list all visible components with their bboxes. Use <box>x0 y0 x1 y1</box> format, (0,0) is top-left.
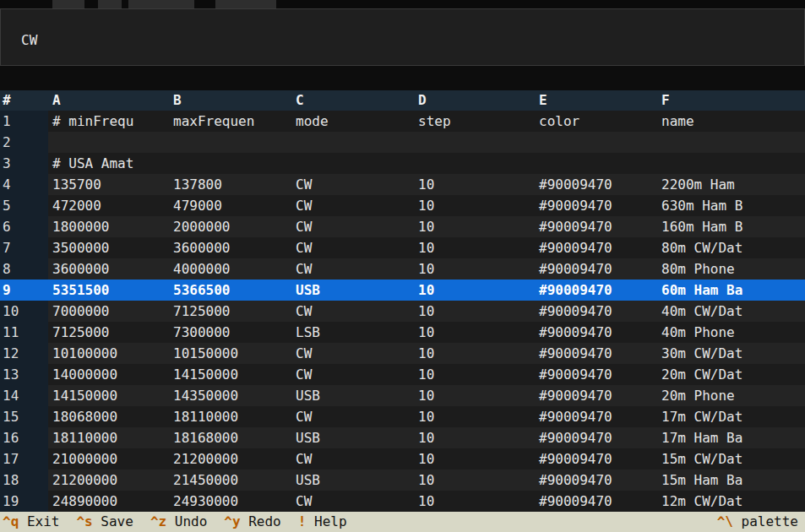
column-header[interactable]: C <box>291 90 414 111</box>
table-cell[interactable]: name <box>657 111 805 132</box>
table-row[interactable]: 5472000479000CW10#90009470630m Ham B <box>0 195 805 216</box>
table-cell[interactable]: 10 <box>414 301 535 322</box>
table-cell[interactable]: 10 <box>414 448 535 470</box>
table-cell[interactable]: USB <box>291 427 414 448</box>
table-cell[interactable]: 3600000 <box>48 258 169 280</box>
table-row[interactable]: 1# minFrequmaxFrequenmodestepcolorname <box>0 111 805 132</box>
table-cell[interactable]: # USA Amat <box>48 153 169 174</box>
table-cell[interactable]: 14350000 <box>169 385 291 406</box>
table-row[interactable]: 141415000014350000USB10#9000947020m Phon… <box>0 385 805 406</box>
table-row[interactable]: 1171250007300000LSB10#9000947040m Phone <box>0 322 805 343</box>
table-cell[interactable]: CW <box>291 237 414 258</box>
table-cell[interactable]: #90009470 <box>535 237 657 258</box>
table-cell[interactable]: 5366500 <box>169 280 291 301</box>
table-cell[interactable]: 60m Ham Ba <box>657 280 805 301</box>
table-cell[interactable] <box>169 132 291 153</box>
table-cell[interactable]: CW <box>291 195 414 216</box>
table-cell[interactable]: 10 <box>414 385 535 406</box>
table-cell[interactable]: CW <box>291 364 414 385</box>
table-cell[interactable]: color <box>535 111 657 132</box>
table-cell[interactable]: 10 <box>414 280 535 301</box>
table-cell[interactable]: #90009470 <box>535 301 657 322</box>
table-cell[interactable]: #90009470 <box>535 258 657 280</box>
table-row[interactable]: 735000003600000CW10#9000947080m CW/Dat <box>0 237 805 258</box>
table-cell[interactable]: 630m Ham B <box>657 195 805 216</box>
table-cell[interactable]: 10 <box>414 258 535 280</box>
table-row[interactable]: 121010000010150000CW10#9000947030m CW/Da… <box>0 343 805 364</box>
table-row[interactable]: 3# USA Amat <box>0 153 805 174</box>
table-cell[interactable]: #90009470 <box>535 448 657 470</box>
table-cell[interactable]: 10 <box>414 470 535 491</box>
footer-shortcut-exit[interactable]: ^q Exit <box>3 512 59 532</box>
table-cell[interactable] <box>48 132 169 153</box>
table-cell[interactable] <box>414 132 535 153</box>
table-cell[interactable]: 479000 <box>169 195 291 216</box>
column-header[interactable]: D <box>414 90 535 111</box>
table-cell[interactable] <box>535 153 657 174</box>
table-cell[interactable]: 2000000 <box>169 216 291 237</box>
table-cell[interactable]: 21200000 <box>169 448 291 470</box>
footer-shortcut-redo[interactable]: ^y Redo <box>224 512 280 532</box>
table-cell[interactable]: 10 <box>414 427 535 448</box>
table-cell[interactable]: 4000000 <box>169 258 291 280</box>
table-cell[interactable]: #90009470 <box>535 385 657 406</box>
table-cell[interactable] <box>657 132 805 153</box>
table-cell[interactable]: CW <box>291 448 414 470</box>
table-cell[interactable]: CW <box>291 216 414 237</box>
table-cell[interactable]: 10 <box>414 343 535 364</box>
table-cell[interactable]: 80m CW/Dat <box>657 237 805 258</box>
table-cell[interactable]: USB <box>291 470 414 491</box>
table-cell[interactable]: 18110000 <box>169 406 291 427</box>
table-row[interactable]: 1070000007125000CW10#9000947040m CW/Dat <box>0 301 805 322</box>
table-cell[interactable]: #90009470 <box>535 322 657 343</box>
table-cell[interactable]: #90009470 <box>535 364 657 385</box>
table-cell[interactable]: #90009470 <box>535 470 657 491</box>
table-cell[interactable] <box>414 153 535 174</box>
table-cell[interactable]: 14150000 <box>169 364 291 385</box>
table-cell[interactable]: #90009470 <box>535 174 657 195</box>
table-cell[interactable]: LSB <box>291 322 414 343</box>
table-cell[interactable]: CW <box>291 491 414 512</box>
table-cell[interactable]: 40m CW/Dat <box>657 301 805 322</box>
table-cell[interactable] <box>535 132 657 153</box>
table-cell[interactable]: CW <box>291 406 414 427</box>
table-cell[interactable]: 7125000 <box>48 322 169 343</box>
column-header[interactable]: B <box>169 90 291 111</box>
table-row[interactable]: 836000004000000CW10#9000947080m Phone <box>0 258 805 280</box>
column-header[interactable]: A <box>48 90 169 111</box>
table-cell[interactable]: 17m Ham Ba <box>657 427 805 448</box>
table-cell[interactable] <box>657 153 805 174</box>
table-row[interactable]: 4135700137800CW10#900094702200m Ham <box>0 174 805 195</box>
table-cell[interactable]: 14150000 <box>48 385 169 406</box>
table-cell[interactable]: 10 <box>414 491 535 512</box>
table-cell[interactable]: 17m CW/Dat <box>657 406 805 427</box>
table-cell[interactable]: USB <box>291 385 414 406</box>
table-cell[interactable]: 14000000 <box>48 364 169 385</box>
table-cell[interactable]: 15m CW/Dat <box>657 448 805 470</box>
table-cell[interactable]: 10 <box>414 364 535 385</box>
table-cell[interactable]: 472000 <box>48 195 169 216</box>
table-cell[interactable]: #90009470 <box>535 406 657 427</box>
table-cell[interactable]: 18110000 <box>48 427 169 448</box>
table-cell[interactable]: #90009470 <box>535 427 657 448</box>
table-cell[interactable]: 1800000 <box>48 216 169 237</box>
table-cell[interactable] <box>291 153 414 174</box>
table-cell[interactable]: 3500000 <box>48 237 169 258</box>
table-cell[interactable]: 10150000 <box>169 343 291 364</box>
table-cell[interactable]: 7000000 <box>48 301 169 322</box>
table-cell[interactable]: maxFrequen <box>169 111 291 132</box>
table-cell[interactable]: 10 <box>414 174 535 195</box>
table-cell[interactable]: #90009470 <box>535 195 657 216</box>
table-row[interactable]: 151806800018110000CW10#9000947017m CW/Da… <box>0 406 805 427</box>
table-cell[interactable]: 18168000 <box>169 427 291 448</box>
table-row[interactable]: 618000002000000CW10#90009470160m Ham B <box>0 216 805 237</box>
table-cell[interactable]: #90009470 <box>535 280 657 301</box>
table-cell[interactable] <box>169 153 291 174</box>
table-cell[interactable]: 10 <box>414 406 535 427</box>
column-header[interactable]: E <box>535 90 657 111</box>
table-cell[interactable]: 10 <box>414 195 535 216</box>
table-cell[interactable]: 80m Phone <box>657 258 805 280</box>
cell-edit-area[interactable]: CW <box>0 8 805 66</box>
table-row[interactable]: 161811000018168000USB10#9000947017m Ham … <box>0 427 805 448</box>
table-cell[interactable]: 10 <box>414 237 535 258</box>
